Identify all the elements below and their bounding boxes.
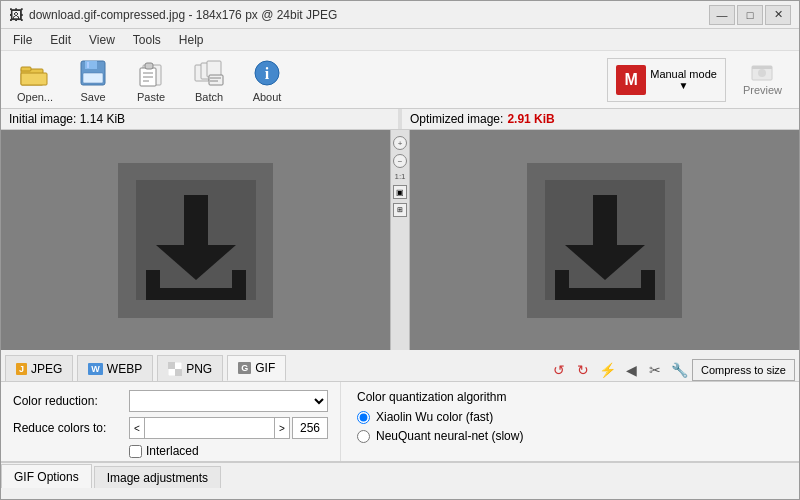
zoom-level: 1:1 — [394, 172, 405, 181]
decrease-button[interactable]: < — [129, 417, 145, 439]
webp-tab[interactable]: W WEBP — [77, 355, 153, 381]
manual-mode-label: Manual mode — [650, 68, 717, 80]
png-icon — [168, 362, 182, 376]
open-label: Open... — [17, 91, 53, 103]
jpeg-tab[interactable]: J JPEG — [5, 355, 73, 381]
svg-rect-35 — [641, 270, 655, 292]
svg-rect-6 — [83, 73, 103, 83]
batch-button[interactable]: Batch — [183, 55, 235, 105]
format-tabs-row: J JPEG W WEBP PNG G GIF ↺ ↻ ⚡ ◀ ✂ 🔧 — [1, 350, 799, 382]
jpeg-label: JPEG — [31, 362, 62, 376]
manual-mode-button[interactable]: M Manual mode ▼ — [607, 58, 726, 102]
actual-size-button[interactable]: ⊞ — [393, 203, 407, 217]
open-icon — [19, 57, 51, 89]
auto-button[interactable]: ⚡ — [596, 359, 618, 381]
save-label: Save — [80, 91, 105, 103]
preview-icon — [750, 64, 774, 84]
toolbar-right: M Manual mode ▼ Preview — [607, 58, 791, 102]
redo-button[interactable]: ↻ — [572, 359, 594, 381]
options-area: Color reduction: Reduce colors to: < > 2… — [1, 382, 799, 462]
zoom-in-button[interactable]: + — [393, 136, 407, 150]
radio-group: Xiaolin Wu color (fast) NeuQuant neural-… — [357, 410, 783, 443]
image-adjustments-tab[interactable]: Image adjustments — [94, 466, 221, 488]
settings-icon[interactable]: 🔧 — [668, 359, 690, 381]
dropdown-arrow: ▼ — [679, 80, 689, 91]
image-area-header: Initial image: 1.14 KiB Optimized image:… — [1, 109, 799, 130]
right-toolbar: ↺ ↻ ⚡ ◀ ✂ 🔧 Compress to size — [544, 359, 799, 381]
svg-rect-28 — [146, 288, 246, 300]
svg-rect-25 — [184, 195, 208, 250]
svg-rect-29 — [232, 270, 246, 292]
initial-image-label: Initial image: 1.14 KiB — [1, 109, 398, 129]
save-icon — [77, 57, 109, 89]
svg-rect-37 — [168, 362, 175, 369]
open-button[interactable]: Open... — [9, 55, 61, 105]
about-label: About — [253, 91, 282, 103]
format-tabs: J JPEG W WEBP PNG G GIF — [1, 350, 292, 381]
window-controls: — □ ✕ — [709, 5, 791, 25]
app-icon: 🖼 — [9, 7, 23, 23]
fit-button[interactable]: ▣ — [393, 185, 407, 199]
reduce-colors-control: < > 256 — [129, 417, 328, 439]
svg-rect-34 — [555, 288, 655, 300]
save-button[interactable]: Save — [67, 55, 119, 105]
quantization-title: Color quantization algorithm — [357, 390, 783, 404]
about-button[interactable]: i About — [241, 55, 293, 105]
close-button[interactable]: ✕ — [765, 5, 791, 25]
right-image-canvas — [527, 163, 682, 318]
cut-button[interactable]: ✂ — [644, 359, 666, 381]
reduce-colors-label: Reduce colors to: — [13, 421, 123, 435]
menu-view[interactable]: View — [81, 31, 123, 49]
title-bar: 🖼 download.gif-compressed.jpg - 184x176 … — [1, 1, 799, 29]
gif-tab[interactable]: G GIF — [227, 355, 286, 381]
menu-tools[interactable]: Tools — [125, 31, 169, 49]
svg-rect-4 — [85, 61, 97, 69]
colors-value: 256 — [292, 417, 328, 439]
right-image-svg — [545, 180, 665, 300]
neuquant-label: NeuQuant neural-net (slow) — [376, 429, 523, 443]
minimize-button[interactable]: — — [709, 5, 735, 25]
xiaolin-radio[interactable] — [357, 411, 370, 424]
left-image-panel — [1, 130, 390, 350]
png-label: PNG — [186, 362, 212, 376]
gif-icon: G — [238, 362, 251, 374]
paste-button[interactable]: Paste — [125, 55, 177, 105]
svg-rect-23 — [752, 66, 772, 69]
menu-file[interactable]: File — [5, 31, 40, 49]
optimized-image-label: Optimized image: 2.91 KiB — [402, 109, 799, 129]
svg-rect-2 — [21, 67, 31, 71]
right-options: Color quantization algorithm Xiaolin Wu … — [341, 382, 799, 461]
manual-mode-icon: M — [616, 65, 646, 95]
toolbar: Open... Save Paste — [1, 51, 799, 109]
jpeg-icon: J — [16, 363, 27, 375]
radio-row-2: NeuQuant neural-net (slow) — [357, 429, 783, 443]
left-image-canvas — [118, 163, 273, 318]
compress-button[interactable]: Compress to size — [692, 359, 795, 381]
svg-rect-1 — [21, 73, 47, 85]
preview-button[interactable]: Preview — [734, 58, 791, 102]
menu-help[interactable]: Help — [171, 31, 212, 49]
svg-rect-31 — [593, 195, 617, 250]
zoom-out-button[interactable]: − — [393, 154, 407, 168]
svg-text:i: i — [265, 65, 270, 82]
color-reduction-select[interactable] — [129, 390, 328, 412]
gif-options-tab[interactable]: GIF Options — [1, 464, 92, 488]
bottom-tabs: GIF Options Image adjustments — [1, 462, 799, 488]
xiaolin-label: Xiaolin Wu color (fast) — [376, 410, 493, 424]
webp-icon: W — [88, 363, 103, 375]
neuquant-radio[interactable] — [357, 430, 370, 443]
png-tab[interactable]: PNG — [157, 355, 223, 381]
back-button[interactable]: ◀ — [620, 359, 642, 381]
maximize-button[interactable]: □ — [737, 5, 763, 25]
svg-rect-5 — [87, 62, 89, 68]
increase-button[interactable]: > — [274, 417, 290, 439]
batch-icon — [193, 57, 225, 89]
interlaced-checkbox[interactable] — [129, 445, 142, 458]
colors-slider[interactable] — [145, 417, 274, 439]
menu-edit[interactable]: Edit — [42, 31, 79, 49]
batch-label: Batch — [195, 91, 223, 103]
undo-button[interactable]: ↺ — [548, 359, 570, 381]
svg-rect-38 — [175, 369, 182, 376]
optimized-size: 2.91 KiB — [507, 112, 554, 126]
paste-label: Paste — [137, 91, 165, 103]
